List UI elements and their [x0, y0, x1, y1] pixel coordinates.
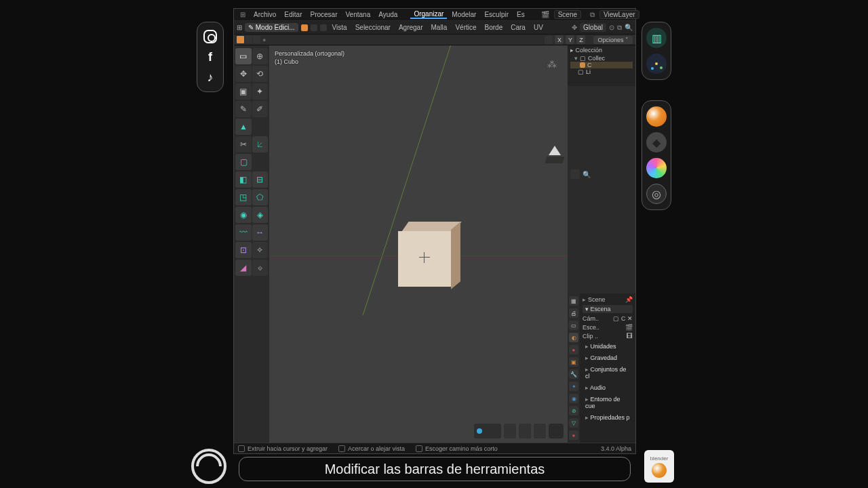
prop-background[interactable]: Esce..🎬	[583, 324, 633, 331]
blender-icon[interactable]	[646, 106, 667, 127]
tab-view[interactable]: ▭	[569, 321, 578, 330]
tab-constraints[interactable]: ⊚	[569, 406, 578, 415]
tool-bisect[interactable]: ⟀	[252, 136, 269, 152]
obs-icon[interactable]: ◎	[646, 184, 667, 204]
tool-inset[interactable]: ▢	[235, 154, 252, 170]
menu-help[interactable]: Ayuda	[375, 11, 401, 18]
axis-x[interactable]: X	[555, 35, 564, 44]
panel-units[interactable]: ▸ Unidades	[583, 342, 633, 351]
menu-add[interactable]: Agregar	[396, 24, 426, 31]
shading-wireframe[interactable]	[474, 424, 501, 439]
tool-extrude[interactable]: ▲	[235, 119, 252, 135]
tab-physics[interactable]: ◉	[569, 394, 578, 403]
krita-icon[interactable]	[646, 158, 667, 178]
tool-knife[interactable]: ✂	[235, 136, 252, 152]
viewlayer-field[interactable]: ViewLayer	[599, 10, 639, 19]
tool-loopcut[interactable]: ⊟	[252, 171, 269, 188]
panel-custom[interactable]: ▸ Propiedades p	[583, 413, 633, 422]
shading-matprev[interactable]	[519, 424, 531, 439]
menu-view[interactable]: Vista	[330, 24, 350, 31]
workspace-tab[interactable]: Organizar	[410, 10, 447, 19]
app-icon[interactable]: ▥	[646, 28, 667, 48]
tool-select[interactable]: ▭	[235, 48, 252, 64]
outliner-item[interactable]: ▢ Li	[570, 68, 633, 75]
workspace-tab[interactable]: Modelar	[448, 11, 479, 18]
orientation-selector[interactable]: Global	[580, 23, 606, 32]
tool-scale[interactable]: ▣	[235, 83, 252, 100]
tool-region[interactable]: ⟐	[252, 260, 269, 276]
workspace-tab[interactable]: Esculpir	[481, 11, 512, 18]
tool-offset[interactable]: ◳	[235, 189, 252, 205]
tool-bevel[interactable]: ◧	[235, 171, 252, 188]
tool-move[interactable]: ✥	[235, 66, 252, 82]
panel-audio[interactable]: ▸ Audio	[583, 383, 633, 392]
tab-output[interactable]: 🖨	[569, 308, 578, 318]
axis-y[interactable]: Y	[566, 35, 574, 44]
tab-modifier[interactable]: 🔧	[569, 369, 578, 379]
shading-toggle[interactable]	[237, 36, 244, 43]
search-icon[interactable]: 🔍	[583, 171, 633, 178]
tab-data[interactable]: ▽	[569, 418, 578, 428]
tool-smooth[interactable]: 〰	[235, 224, 252, 241]
menu-face[interactable]: Cara	[508, 24, 528, 31]
menu-edge[interactable]: Borde	[482, 24, 506, 31]
tool-measure[interactable]: ✐	[252, 101, 269, 117]
shading-options[interactable]	[549, 424, 564, 439]
options-button[interactable]: Opciones ˅	[593, 36, 633, 44]
app-icon[interactable]: ◆	[646, 132, 667, 152]
tool-slide[interactable]: ↔	[252, 224, 269, 241]
tool-boolean[interactable]: ◈	[252, 207, 269, 223]
tab-world[interactable]: ●	[569, 345, 578, 354]
panel-gravity[interactable]: ▸ Gravedad	[583, 353, 633, 363]
shading-solid[interactable]	[504, 424, 516, 439]
menu-file[interactable]: Archivo	[250, 11, 279, 18]
panel-escena[interactable]: ▾ Escena	[583, 305, 633, 313]
shading-toggle[interactable]	[253, 36, 260, 43]
tool-rotate[interactable]: ⟲	[252, 66, 269, 82]
mode-selector[interactable]: ✎ Modo Edici...	[245, 23, 298, 32]
tool-poly[interactable]: ⬠	[252, 189, 269, 205]
tool-shear[interactable]: ✧	[252, 242, 269, 258]
menu-select[interactable]: Seleccionar	[353, 24, 393, 31]
panel-rigidbody[interactable]: ▸ Entorno de cue	[583, 394, 633, 411]
menu-edit[interactable]: Editar	[281, 11, 305, 18]
menu-window[interactable]: Ventana	[342, 11, 374, 18]
viewport[interactable]: Personalizada (ortogonal) (1) Cubo ⁂	[269, 45, 568, 443]
tiktok-icon[interactable]: ♪	[201, 68, 219, 86]
workspace-tab[interactable]: Es	[513, 11, 528, 18]
menu-uv[interactable]: UV	[531, 24, 546, 31]
filter-icon[interactable]	[570, 169, 580, 179]
menu-render[interactable]: Procesar	[307, 11, 340, 18]
instagram-icon[interactable]	[201, 28, 219, 45]
select-mode-vertex[interactable]	[301, 24, 308, 31]
tool-transform[interactable]: ✦	[252, 83, 269, 100]
gizmo-toggle[interactable]	[545, 36, 553, 44]
menu-mesh[interactable]: Malla	[429, 24, 450, 31]
prop-camera[interactable]: Cám..▢ C ✕	[583, 315, 633, 322]
facebook-icon[interactable]: f	[201, 48, 219, 66]
tab-object[interactable]: ▣	[569, 357, 578, 367]
viewport-header: ● X Y Z Opciones ˅	[234, 35, 635, 45]
tool-rip[interactable]: ◢	[235, 260, 252, 276]
prop-clip[interactable]: Clip ..🎞	[583, 333, 633, 340]
tool-spin[interactable]: ◉	[235, 207, 252, 223]
tool-shrink[interactable]: ⊡	[235, 242, 252, 258]
select-mode-face[interactable]	[320, 24, 327, 31]
outliner-item[interactable]: ▾▢ Collec	[570, 55, 633, 62]
panel-keying[interactable]: ▸ Conjuntos de cl	[583, 365, 633, 381]
tab-render[interactable]: ▦	[569, 296, 578, 306]
tab-scene[interactable]: ◐	[569, 333, 578, 342]
shading-toggle[interactable]	[245, 36, 252, 43]
tool-annotate[interactable]: ✎	[235, 101, 252, 117]
cube-object[interactable]	[398, 222, 459, 288]
menu-vertex[interactable]: Vértice	[452, 24, 479, 31]
outliner-item[interactable]: C	[570, 62, 633, 68]
select-mode-edge[interactable]	[311, 24, 317, 31]
scene-field[interactable]: Scene	[554, 10, 581, 19]
shading-rendered[interactable]	[534, 424, 546, 439]
tool-cursor[interactable]: ⊕	[252, 48, 269, 64]
axis-z[interactable]: Z	[576, 35, 585, 44]
app-icon[interactable]	[646, 54, 667, 74]
tab-particles[interactable]: ✦	[569, 382, 578, 391]
tab-material[interactable]: ●	[569, 430, 578, 440]
